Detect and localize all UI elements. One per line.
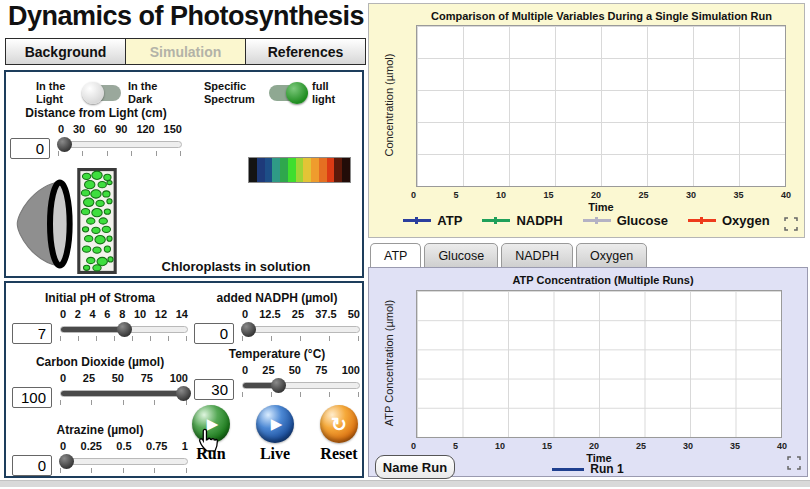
legend-item-atp: ATP xyxy=(403,213,462,228)
ph-value-input[interactable] xyxy=(12,323,52,344)
tab-nadph[interactable]: NADPH xyxy=(501,243,573,268)
spectrum-toggle[interactable] xyxy=(269,85,305,101)
tick-marks xyxy=(60,400,188,405)
co2-tick-labels: 0255075100 xyxy=(60,372,188,384)
full-light-label: full light xyxy=(312,80,346,105)
multi-chart-title: Comparison of Multiple Variables During … xyxy=(409,10,794,22)
nadph-tick-labels: 012.52537.550 xyxy=(242,308,360,320)
legend-item-run1: Run 1 xyxy=(552,462,623,476)
expand-icon[interactable] xyxy=(784,217,798,231)
atp-chart-legend: Run 1 xyxy=(399,462,777,476)
atp-chart-ylabel: ATP Concentration (µmol) xyxy=(383,263,395,463)
nav-tabs: Background Simulation References xyxy=(5,38,366,65)
toggle-knob[interactable] xyxy=(286,82,308,104)
name-run-button[interactable]: Name Run xyxy=(375,455,455,479)
light-panel: In the Light In the Dark Specific Spectr… xyxy=(4,70,364,278)
nadph-slider-block: added NADPH (µmol) 012.52537.550 xyxy=(194,291,360,344)
legend-item-glucose: Glucose xyxy=(583,213,668,228)
slider-knob[interactable] xyxy=(57,137,72,152)
light-dark-toggle[interactable] xyxy=(85,85,121,101)
atrazine-value-input[interactable] xyxy=(12,455,52,476)
ph-slider-block: Initial pH of Stroma 02468101214 xyxy=(12,291,188,344)
temperature-slider[interactable] xyxy=(242,382,360,389)
multi-chart-plot-area xyxy=(416,25,786,187)
live-button[interactable]: ▶ Live xyxy=(256,405,294,463)
action-buttons: ▶ Run ▶ Live ↻ Reset xyxy=(192,405,358,463)
atrazine-slider-block: Atrazine (µmol) 00.250.50.751 xyxy=(12,423,188,476)
distance-slider-label: Distance from Light (cm) xyxy=(10,106,182,120)
toggle-knob[interactable] xyxy=(82,82,104,104)
in-the-dark-label: In the Dark xyxy=(128,80,170,105)
nadph-slider-label: added NADPH (µmol) xyxy=(194,291,360,305)
multi-chart-xlabel: Time xyxy=(416,201,786,213)
chloroplasts-caption: Chloroplasts in solution xyxy=(116,259,356,274)
tab-simulation[interactable]: Simulation xyxy=(125,38,246,65)
temperature-slider-block: Temperature (°C) 0255075100 xyxy=(194,347,360,400)
atrazine-slider-label: Atrazine (µmol) xyxy=(12,423,188,437)
expand-icon[interactable] xyxy=(787,456,801,470)
multi-chart-xticks: 0510152025303540 xyxy=(411,190,791,200)
bottom-divider xyxy=(0,480,810,487)
atrazine-slider[interactable] xyxy=(60,458,188,465)
multi-variable-chart-panel: Comparison of Multiple Variables During … xyxy=(368,3,805,238)
temperature-value-input[interactable] xyxy=(194,379,234,400)
distance-value-input[interactable] xyxy=(10,138,50,159)
tick-marks xyxy=(58,151,182,156)
legend-item-oxygen: Oxygen xyxy=(688,213,770,228)
legend-item-nadph: NADPH xyxy=(482,213,562,228)
hand-cursor-icon xyxy=(194,427,220,457)
distance-slider[interactable] xyxy=(58,141,182,148)
distance-tick-labels: 0306090120150 xyxy=(58,123,182,135)
reset-refresh-icon[interactable]: ↻ xyxy=(320,405,358,443)
multi-chart-legend: ATP NADPH Glucose Oxygen xyxy=(399,213,774,228)
spectrum-bar xyxy=(248,157,351,183)
ph-slider[interactable] xyxy=(60,326,188,333)
atp-chart-title: ATP Concentration (Multiple Runs) xyxy=(409,274,797,286)
chloroplast-tube xyxy=(76,168,118,274)
atrazine-tick-labels: 00.250.50.751 xyxy=(60,440,188,452)
co2-slider[interactable] xyxy=(60,390,188,397)
nadph-value-input[interactable] xyxy=(194,323,234,344)
live-play-icon[interactable]: ▶ xyxy=(256,405,294,443)
spectrum-toggle-group: Specific Spectrum full light xyxy=(204,80,346,105)
temperature-slider-label: Temperature (°C) xyxy=(194,347,360,361)
tab-references[interactable]: References xyxy=(245,38,366,65)
ph-tick-labels: 02468101214 xyxy=(60,308,188,320)
reset-button[interactable]: ↻ Reset xyxy=(320,405,358,463)
co2-value-input[interactable] xyxy=(12,387,52,408)
atp-runs-chart-panel: ATP Concentration (Multiple Runs) ATP Co… xyxy=(368,267,808,477)
atp-chart-xticks: 0510152025303540 xyxy=(411,441,787,451)
slider-knob[interactable] xyxy=(241,322,256,337)
tab-background[interactable]: Background xyxy=(5,38,126,65)
specific-spectrum-label: Specific Spectrum xyxy=(204,80,262,105)
multi-chart-ylabel: Concentration (µmol) xyxy=(383,5,395,205)
run-chart-tabs: ATP Glucose NADPH Oxygen xyxy=(370,243,647,268)
tick-marks xyxy=(242,336,360,341)
slider-knob[interactable] xyxy=(117,322,132,337)
nadph-slider[interactable] xyxy=(242,326,360,333)
page-title: Dynamics of Photosynthesis xyxy=(8,1,364,32)
light-dark-toggle-group: In the Light In the Dark xyxy=(36,80,170,105)
slider-knob[interactable] xyxy=(176,386,191,401)
tick-marks xyxy=(60,468,188,473)
temperature-tick-labels: 0255075100 xyxy=(242,364,360,376)
tab-oxygen[interactable]: Oxygen xyxy=(576,243,647,268)
in-the-light-label: In the Light xyxy=(36,80,78,105)
co2-slider-label: Carbon Dioxide (µmol) xyxy=(12,355,188,369)
distance-slider-block: Distance from Light (cm) 0306090120150 xyxy=(10,106,182,159)
ph-slider-label: Initial pH of Stroma xyxy=(12,291,188,305)
tab-glucose[interactable]: Glucose xyxy=(424,243,498,268)
flashlight-icon xyxy=(14,178,74,270)
slider-knob[interactable] xyxy=(271,378,286,393)
co2-slider-block: Carbon Dioxide (µmol) 0255075100 xyxy=(12,355,188,408)
inputs-panel: Initial pH of Stroma 02468101214 added N… xyxy=(4,281,364,478)
atp-chart-plot-area xyxy=(416,290,782,438)
tick-marks xyxy=(242,392,360,397)
slider-knob[interactable] xyxy=(59,454,74,469)
tab-atp[interactable]: ATP xyxy=(370,243,421,268)
